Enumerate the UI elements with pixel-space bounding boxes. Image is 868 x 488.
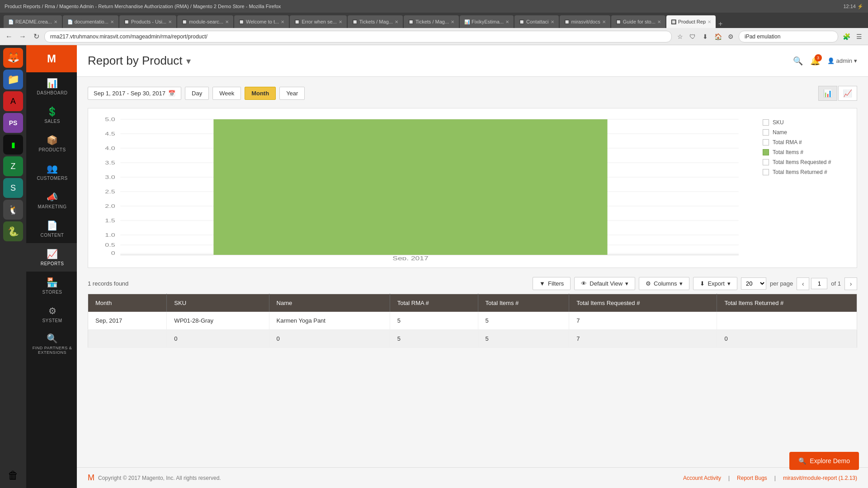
address-bar[interactable] bbox=[44, 31, 672, 42]
sidebar-item-label-reports: REPORTS bbox=[41, 261, 64, 266]
filters-button[interactable]: ▼ Filters bbox=[533, 277, 571, 290]
sidebar-item-products[interactable]: 📦 PRODUCTS bbox=[26, 129, 77, 158]
footer-link-bugs[interactable]: Report Bugs bbox=[737, 475, 767, 481]
explore-demo-icon: 🔍 bbox=[798, 457, 806, 465]
tab-contattaci[interactable]: 🔲Contattaci✕ bbox=[514, 15, 559, 28]
cell-total-rma-1: 5 bbox=[390, 330, 478, 348]
os-icon-app1[interactable]: A bbox=[3, 91, 23, 111]
legend-item-sku[interactable]: SKU bbox=[763, 119, 846, 126]
download-button[interactable]: ⬇ bbox=[700, 31, 711, 42]
legend-label-sku: SKU bbox=[773, 119, 784, 126]
admin-arrow: ▾ bbox=[854, 57, 857, 64]
tab-module[interactable]: 🔲module-searc...✕ bbox=[177, 15, 233, 28]
footer-link-module[interactable]: mirasvit/module-report (1.2.13) bbox=[783, 475, 857, 481]
shield-button[interactable]: 🛡 bbox=[687, 31, 698, 42]
header-search-button[interactable]: 🔍 bbox=[793, 56, 803, 66]
period-year-button[interactable]: Year bbox=[279, 87, 305, 100]
sidebar-item-sales[interactable]: 💲 SALES bbox=[26, 101, 77, 129]
admin-menu-button[interactable]: 👤 admin ▾ bbox=[827, 57, 857, 64]
pagination: 20 30 50 100 per page ‹ 1 of 1 › bbox=[741, 277, 857, 290]
home-button[interactable]: 🏠 bbox=[712, 31, 723, 42]
magento-logo[interactable]: M bbox=[26, 45, 77, 72]
os-icon-trash[interactable]: 🗑 bbox=[3, 465, 23, 485]
footer-link-account[interactable]: Account Activity bbox=[683, 475, 721, 481]
next-page-button[interactable]: › bbox=[844, 277, 857, 290]
content-footer: M Copyright © 2017 Magento, Inc. All rig… bbox=[77, 467, 868, 488]
notification-button[interactable]: 🔔 3 bbox=[810, 56, 820, 66]
tab-products[interactable]: 🔲Products - Usi...✕ bbox=[119, 15, 176, 28]
extensions-button[interactable]: 🧩 bbox=[841, 31, 852, 42]
explore-demo-button[interactable]: 🔍 Explore Demo bbox=[789, 452, 859, 470]
sales-icon: 💲 bbox=[47, 106, 58, 117]
tab-readme[interactable]: 📄README.crea...✕ bbox=[4, 15, 62, 28]
tab-welcome[interactable]: 🔲Welcome to t...✕ bbox=[234, 15, 289, 28]
svg-text:0.5: 0.5 bbox=[105, 242, 115, 248]
sidebar-item-customers[interactable]: 👥 CUSTOMERS bbox=[26, 158, 77, 186]
tab-mirasvit[interactable]: 🔲mirasvit/docs✕ bbox=[560, 15, 610, 28]
tab-guide[interactable]: 🔲Guide for sto...✕ bbox=[611, 15, 665, 28]
stores-icon: 🏪 bbox=[47, 277, 58, 288]
tab-error[interactable]: 🔲Error when se...✕ bbox=[290, 15, 347, 28]
svg-text:5.0: 5.0 bbox=[105, 117, 115, 122]
browser-toolbar: ← → ↻ ☆ 🛡 ⬇ 🏠 ⚙ 🧩 ☰ bbox=[0, 28, 868, 45]
sidebar-item-reports[interactable]: 📈 REPORTS bbox=[26, 243, 77, 272]
legend-color-total-rma bbox=[763, 139, 769, 145]
forward-button[interactable]: → bbox=[17, 31, 28, 42]
os-icon-app2[interactable]: Z bbox=[3, 156, 23, 176]
settings-button[interactable]: ⚙ bbox=[725, 31, 736, 42]
dashboard-icon: 📊 bbox=[47, 78, 58, 89]
legend-item-total-requested[interactable]: Total Items Requested # bbox=[763, 159, 846, 165]
os-sidebar: 🦊 📁 A PS ▮ Z S 🐧 🐍 🗑 bbox=[0, 45, 26, 488]
tab-tickets2[interactable]: 🔲Tickets / Mag...✕ bbox=[404, 15, 459, 28]
line-chart-button[interactable]: 📈 bbox=[838, 86, 857, 101]
prev-page-button[interactable]: ‹ bbox=[797, 277, 809, 290]
bookmark-button[interactable]: ☆ bbox=[675, 31, 685, 42]
content-header: Report by Product ▾ 🔍 🔔 3 👤 admin ▾ bbox=[77, 45, 868, 77]
date-range-button[interactable]: Sep 1, 2017 - Sep 30, 2017 📅 bbox=[88, 87, 181, 100]
sidebar-item-system[interactable]: ⚙ SYSTEM bbox=[26, 300, 77, 328]
os-icon-app4[interactable]: 🐧 bbox=[3, 200, 23, 220]
legend-item-total-returned[interactable]: Total Items Returned # bbox=[763, 169, 846, 175]
sidebar-item-dashboard[interactable]: 📊 DASHBOARD bbox=[26, 72, 77, 101]
sidebar-item-label-content: CONTENT bbox=[41, 233, 64, 238]
default-view-button[interactable]: 👁 Default View ▾ bbox=[574, 277, 635, 290]
svg-text:2.5: 2.5 bbox=[105, 189, 115, 194]
cell-total-returned-0 bbox=[717, 312, 857, 330]
system-icon: ⚙ bbox=[48, 305, 57, 316]
sidebar-item-content[interactable]: 📄 CONTENT bbox=[26, 215, 77, 243]
notification-badge: 3 bbox=[815, 54, 822, 61]
period-week-button[interactable]: Week bbox=[212, 87, 241, 100]
bar-chart-button[interactable]: 📊 bbox=[818, 86, 837, 101]
title-dropdown-arrow[interactable]: ▾ bbox=[186, 56, 191, 66]
os-icon-terminal[interactable]: ▮ bbox=[3, 135, 23, 155]
os-icon-app3[interactable]: S bbox=[3, 178, 23, 198]
tab-product-rep[interactable]: 🔲Product Rep✕ bbox=[666, 15, 716, 28]
period-day-button[interactable]: Day bbox=[185, 87, 209, 100]
table-row-summary: 0 0 5 5 7 0 bbox=[88, 330, 857, 348]
reload-button[interactable]: ↻ bbox=[31, 31, 42, 42]
legend-item-name[interactable]: Name bbox=[763, 129, 846, 136]
per-page-select[interactable]: 20 30 50 100 bbox=[741, 277, 766, 290]
export-button[interactable]: ⬇ Export ▾ bbox=[693, 277, 737, 290]
sidebar-item-partners[interactable]: 🔍 FIND PARTNERS & EXTENSIONS bbox=[26, 328, 77, 359]
records-count: 1 records found bbox=[88, 280, 128, 287]
footer-separator-2: | bbox=[774, 475, 776, 481]
period-month-button[interactable]: Month bbox=[245, 87, 276, 100]
os-icon-ps[interactable]: PS bbox=[3, 113, 23, 133]
menu-button[interactable]: ☰ bbox=[854, 31, 864, 42]
tab-docs[interactable]: 📄documentatio...✕ bbox=[63, 15, 118, 28]
os-icon-files[interactable]: 📁 bbox=[3, 70, 23, 89]
footer-logo-icon: M bbox=[88, 473, 94, 483]
tab-fixiky[interactable]: 📊FixikyEstima...✕ bbox=[460, 15, 514, 28]
os-icon-firefox[interactable]: 🦊 bbox=[3, 48, 23, 68]
os-icon-app5[interactable]: 🐍 bbox=[3, 221, 23, 241]
sidebar-item-stores[interactable]: 🏪 STORES bbox=[26, 272, 77, 300]
tab-tickets1[interactable]: 🔲Tickets / Mag...✕ bbox=[348, 15, 403, 28]
search-bar[interactable] bbox=[739, 31, 838, 42]
legend-item-total-items[interactable]: Total Items # bbox=[763, 149, 846, 155]
legend-item-total-rma[interactable]: Total RMA # bbox=[763, 139, 846, 145]
sidebar-item-marketing[interactable]: 📣 MARKETING bbox=[26, 186, 77, 215]
columns-button[interactable]: ⚙ Columns ▾ bbox=[639, 277, 689, 290]
cell-total-rma-0: 5 bbox=[390, 312, 478, 330]
back-button[interactable]: ← bbox=[4, 31, 14, 42]
